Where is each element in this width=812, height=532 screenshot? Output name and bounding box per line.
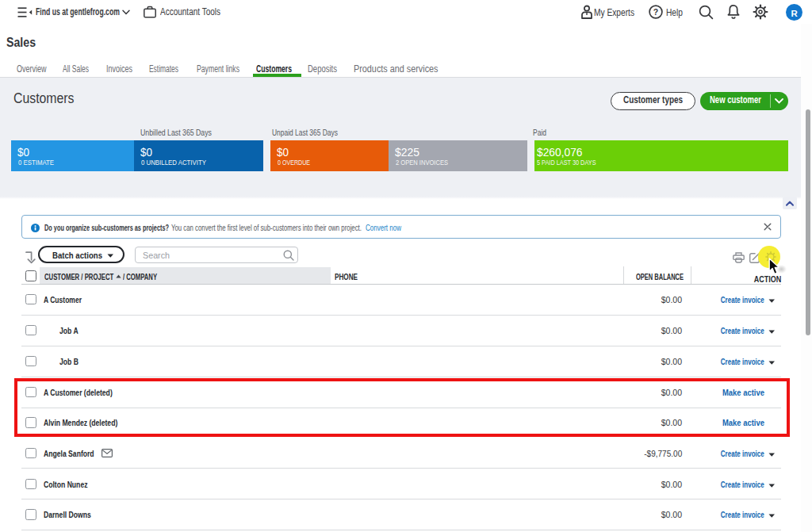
svg-text:?: ?	[653, 7, 658, 17]
